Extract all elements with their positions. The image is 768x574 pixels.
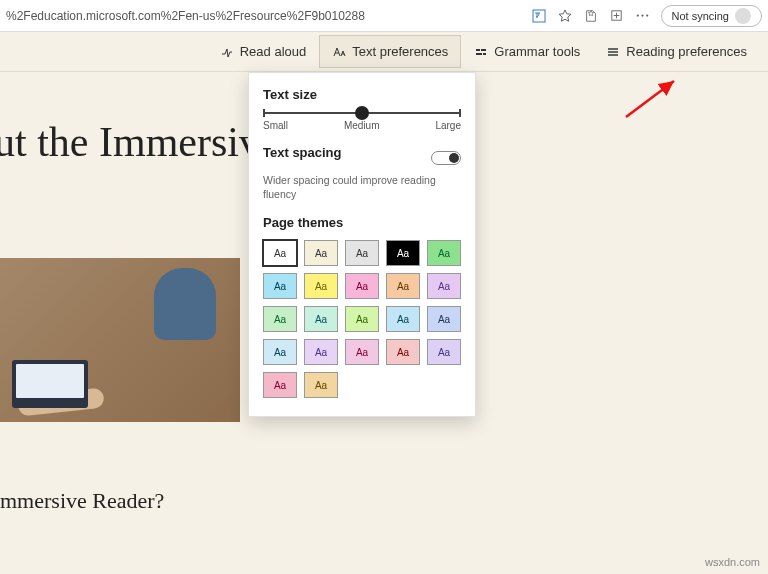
reader-toolbar: Read aloud Text preferences Grammar tool… [0,32,768,72]
theme-swatch-17[interactable]: Aa [345,339,379,365]
theme-swatch-20[interactable]: Aa [263,372,297,398]
theme-swatch-13[interactable]: Aa [386,306,420,332]
read-aloud-button[interactable]: Read aloud [207,35,320,68]
text-size-slider[interactable] [263,112,461,114]
hero-person [154,268,216,340]
theme-swatch-15[interactable]: Aa [263,339,297,365]
theme-swatch-8[interactable]: Aa [386,273,420,299]
text-preferences-label: Text preferences [352,44,448,59]
theme-swatch-10[interactable]: Aa [263,306,297,332]
read-aloud-label: Read aloud [240,44,307,59]
svg-rect-5 [476,49,480,51]
grammar-label: Grammar tools [494,44,580,59]
svg-point-3 [641,14,643,16]
svg-line-12 [626,81,674,117]
theme-swatch-16[interactable]: Aa [304,339,338,365]
favorites-bar-icon[interactable] [583,8,599,24]
favorite-icon[interactable] [557,8,573,24]
text-spacing-heading: Text spacing [263,145,342,160]
svg-rect-9 [608,48,618,50]
subheading: mmersive Reader? [0,488,164,514]
avatar-icon [735,8,751,24]
theme-swatch-1[interactable]: Aa [304,240,338,266]
slider-labels: Small Medium Large [263,120,461,131]
text-preferences-button[interactable]: Text preferences [319,35,461,68]
svg-rect-7 [476,53,482,55]
grammar-icon [474,45,488,59]
slider-thumb[interactable] [355,106,369,120]
theme-swatch-0[interactable]: Aa [263,240,297,266]
url-text[interactable]: %2Feducation.microsoft.com%2Fen-us%2Fres… [6,9,531,23]
svg-rect-6 [481,49,486,51]
text-size-heading: Text size [263,87,461,102]
address-bar: %2Feducation.microsoft.com%2Fen-us%2Fres… [0,0,768,32]
hero-laptop [12,360,88,408]
hero-image [0,258,240,422]
theme-swatch-2[interactable]: Aa [345,240,379,266]
page-themes-heading: Page themes [263,215,461,230]
theme-swatch-grid: AaAaAaAaAaAaAaAaAaAaAaAaAaAaAaAaAaAaAaAa… [263,240,461,398]
svg-point-2 [637,14,639,16]
address-bar-actions: Not syncing [531,5,762,27]
theme-swatch-14[interactable]: Aa [427,306,461,332]
svg-rect-0 [533,10,545,22]
theme-swatch-19[interactable]: Aa [427,339,461,365]
reading-preferences-icon [606,45,620,59]
text-preferences-panel: Text size Small Medium Large Text spacin… [248,72,476,417]
svg-rect-11 [608,54,618,56]
watermark: wsxdn.com [705,556,760,568]
text-spacing-toggle[interactable] [431,151,461,165]
slider-medium-label: Medium [344,120,380,131]
svg-point-4 [646,14,648,16]
theme-swatch-5[interactable]: Aa [263,273,297,299]
svg-rect-8 [483,53,486,55]
grammar-tools-button[interactable]: Grammar tools [461,35,593,68]
text-spacing-desc: Wider spacing could improve reading flue… [263,174,461,201]
theme-swatch-9[interactable]: Aa [427,273,461,299]
slider-large-label: Large [435,120,461,131]
theme-swatch-6[interactable]: Aa [304,273,338,299]
slider-small-label: Small [263,120,288,131]
translate-icon[interactable] [531,8,547,24]
theme-swatch-7[interactable]: Aa [345,273,379,299]
annotation-arrow [618,75,688,125]
theme-swatch-4[interactable]: Aa [427,240,461,266]
reading-preferences-button[interactable]: Reading preferences [593,35,760,68]
sync-label: Not syncing [672,10,729,22]
theme-swatch-3[interactable]: Aa [386,240,420,266]
page-title: ut the Immersiv [0,118,260,166]
read-aloud-icon [220,45,234,59]
theme-swatch-11[interactable]: Aa [304,306,338,332]
menu-icon[interactable] [635,8,651,24]
theme-swatch-21[interactable]: Aa [304,372,338,398]
theme-swatch-12[interactable]: Aa [345,306,379,332]
profile-sync-button[interactable]: Not syncing [661,5,762,27]
reading-preferences-label: Reading preferences [626,44,747,59]
svg-rect-10 [608,51,618,53]
text-preferences-icon [332,45,346,59]
collections-icon[interactable] [609,8,625,24]
theme-swatch-18[interactable]: Aa [386,339,420,365]
